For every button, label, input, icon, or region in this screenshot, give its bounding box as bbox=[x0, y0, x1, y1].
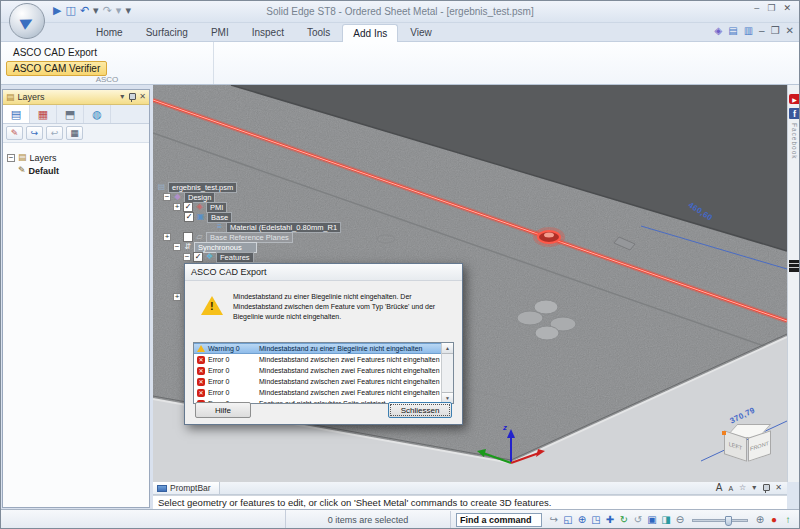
render-tab[interactable]: ⬒ bbox=[57, 105, 84, 123]
font-decrease-icon[interactable]: A bbox=[728, 485, 733, 492]
tree-row-ergebnis-test-psm[interactable]: ▤ergebnis_test.psm bbox=[157, 182, 237, 192]
zoom-slider-thumb[interactable] bbox=[725, 516, 732, 526]
tab-add-ins[interactable]: Add Ins bbox=[342, 24, 398, 42]
scroll-up-button[interactable]: ▲ bbox=[442, 343, 453, 354]
render-tab-icon: ⬒ bbox=[65, 109, 75, 120]
asco-cad-export-button[interactable]: ASCO CAD Export bbox=[6, 45, 104, 60]
issue-row[interactable]: Warning 0Mindestabstand zu einer Biegeli… bbox=[194, 343, 441, 354]
tree-row-base-reference-planes[interactable]: +▱Base Reference Planes bbox=[163, 232, 293, 242]
view-styles-button[interactable]: ▣ bbox=[646, 514, 658, 527]
rotate-button[interactable]: ↻ bbox=[618, 514, 630, 527]
web-tab[interactable]: ◍ bbox=[84, 105, 111, 123]
display-tab[interactable]: ▦ bbox=[30, 105, 57, 123]
undo-icon[interactable]: ↶ bbox=[80, 5, 89, 16]
minimize-icon[interactable]: – bbox=[754, 4, 759, 13]
new-layer-button[interactable]: ✎ bbox=[6, 126, 23, 140]
layers-tree-item-layers[interactable]: −▤Layers bbox=[7, 151, 145, 164]
expand-button[interactable]: ↑ bbox=[782, 514, 794, 527]
tree-row-synchronous[interactable]: −⇵Synchronous bbox=[173, 242, 257, 252]
ribbon-display-icon[interactable]: ▤ bbox=[728, 26, 737, 36]
expand-toggle[interactable]: + bbox=[163, 233, 171, 241]
schliessen-button[interactable]: Schliessen bbox=[388, 402, 452, 418]
expand-toggle[interactable]: + bbox=[173, 203, 181, 211]
issue-row[interactable]: ✕Error 0Mindestabstand zwischen zwei Fea… bbox=[194, 387, 441, 398]
tree-row-material-edelstahl-0-80mm-r1[interactable]: ≡Material (Edelstahl_0.80mm_R1 bbox=[215, 222, 341, 232]
visibility-checkbox[interactable]: ✓ bbox=[193, 252, 203, 262]
ribbon-options-icon[interactable]: ▥ bbox=[744, 26, 753, 36]
tab-surfacing[interactable]: Surfacing bbox=[135, 23, 199, 41]
zoom-out-button[interactable]: ⊖ bbox=[674, 514, 686, 527]
redo-menu-icon[interactable]: ▾ bbox=[116, 5, 122, 16]
layers-tree-item-default[interactable]: ✎Default bbox=[7, 164, 145, 177]
tree-row-pmi[interactable]: +✓◈PMI bbox=[173, 202, 227, 212]
restore-icon[interactable]: ❐ bbox=[767, 4, 775, 13]
youtube-icon[interactable]: ▶ bbox=[789, 94, 800, 104]
tree-row-base[interactable]: ✓▣Base bbox=[184, 212, 232, 222]
orbit-button[interactable]: ↺ bbox=[632, 514, 644, 527]
font-increase-icon[interactable]: A bbox=[716, 483, 723, 493]
app-menu-icon[interactable]: ▶ bbox=[53, 5, 61, 16]
doc-close-icon[interactable]: ✕ bbox=[786, 26, 794, 36]
collapse-toggle[interactable]: − bbox=[163, 193, 171, 201]
application-button[interactable]: ▶ bbox=[9, 3, 45, 39]
tree-row-design[interactable]: −◆Design bbox=[163, 192, 215, 202]
issue-row[interactable]: ✕Error 0Mindestabstand zwischen zwei Fea… bbox=[194, 376, 441, 387]
command-arrow-button[interactable]: ↪ bbox=[548, 514, 560, 527]
issue-row[interactable]: ✕Error 0Mindestabstand zwischen zwei Fea… bbox=[194, 365, 441, 376]
pan-button[interactable]: ✚ bbox=[604, 514, 616, 527]
chevron-down-icon[interactable]: ▾ bbox=[752, 484, 756, 492]
face-styles-button[interactable]: ◨ bbox=[660, 514, 672, 527]
add-to-layer-button[interactable]: ↪ bbox=[26, 126, 43, 140]
logo-icon[interactable] bbox=[789, 260, 800, 272]
tab-home[interactable]: Home bbox=[85, 23, 134, 41]
dialog-issue-list[interactable]: Warning 0Mindestabstand zu einer Biegeli… bbox=[193, 342, 454, 404]
pin-icon[interactable] bbox=[762, 484, 769, 493]
facebook-icon[interactable]: f bbox=[789, 108, 800, 119]
visibility-checkbox[interactable]: ✓ bbox=[184, 212, 194, 222]
rotate-icon: ↻ bbox=[620, 515, 628, 525]
asco-cam-verifier-button[interactable]: ASCO CAM Verifier bbox=[6, 61, 107, 76]
issue-row[interactable]: ✕Error 0Mindestabstand zwischen zwei Fea… bbox=[194, 354, 441, 365]
tree-row-features[interactable]: −✓❖Features bbox=[183, 252, 254, 262]
expand-toggle[interactable]: + bbox=[173, 293, 181, 301]
find-command-input[interactable] bbox=[456, 513, 542, 527]
zoom-button[interactable]: ⊕ bbox=[576, 514, 588, 527]
help-icon[interactable]: ◈ bbox=[714, 26, 722, 36]
help-button[interactable]: Hilfe bbox=[195, 402, 251, 418]
tab-tools[interactable]: Tools bbox=[296, 23, 341, 41]
visibility-checkbox[interactable] bbox=[183, 232, 193, 242]
collapse-toggle[interactable]: − bbox=[7, 154, 15, 162]
view-cube[interactable]: LEFT FRONT bbox=[721, 423, 777, 475]
dialog-scrollbar[interactable]: ▲ ▼ bbox=[441, 343, 453, 403]
user-icon[interactable]: ☆ bbox=[739, 484, 746, 492]
zoom-in-button[interactable]: ⊕ bbox=[754, 514, 766, 527]
fit-button[interactable]: ◳ bbox=[590, 514, 602, 527]
doc-minimize-icon[interactable]: – bbox=[759, 26, 765, 36]
tab-pmi[interactable]: PMI bbox=[200, 23, 240, 41]
layer-display-button[interactable]: ▦ bbox=[66, 126, 83, 140]
redo-icon[interactable]: ↷ bbox=[103, 5, 112, 16]
visibility-checkbox[interactable]: ✓ bbox=[183, 202, 193, 212]
dialog-titlebar[interactable]: ASCO CAD Export bbox=[185, 264, 462, 281]
tab-view[interactable]: View bbox=[399, 23, 443, 41]
collapse-toggle[interactable]: − bbox=[173, 243, 181, 251]
undo-menu-icon[interactable]: ▾ bbox=[93, 5, 99, 16]
record-button[interactable]: ● bbox=[768, 514, 780, 527]
close-icon[interactable]: ✕ bbox=[775, 484, 782, 492]
doc-restore-icon[interactable]: ❐ bbox=[771, 26, 780, 36]
promptbar-tab[interactable]: PromptBar bbox=[153, 482, 220, 494]
save-icon[interactable]: ◫ bbox=[65, 5, 75, 16]
zoom-area-button[interactable]: ◱ bbox=[562, 514, 574, 527]
layers-panel-titlebar[interactable]: ▤ Layers ▾✕ bbox=[3, 90, 149, 105]
chevron-down-icon[interactable]: ▾ bbox=[120, 93, 124, 101]
zoom-slider[interactable] bbox=[692, 519, 748, 522]
collapse-toggle[interactable]: − bbox=[183, 253, 191, 261]
tab-inspect[interactable]: Inspect bbox=[241, 23, 295, 41]
pin-icon[interactable] bbox=[128, 93, 135, 102]
close-icon[interactable]: ✕ bbox=[139, 93, 146, 101]
remove-from-layer-button[interactable]: ↩ bbox=[46, 126, 63, 140]
customize-icon[interactable]: ▾ bbox=[125, 5, 131, 16]
quick-access-toolbar: ▶◫↶▾↷▾▾ bbox=[53, 5, 131, 16]
close-icon[interactable]: ✕ bbox=[783, 4, 791, 13]
layers-tab[interactable]: ▤ bbox=[3, 105, 30, 123]
